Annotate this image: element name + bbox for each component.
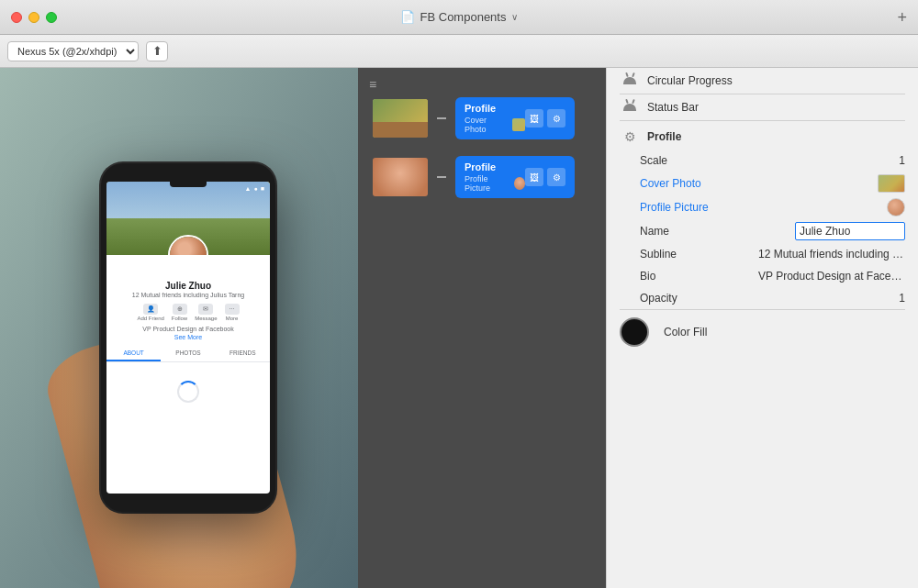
card-content-2: Profile Profile Picture — [465, 161, 525, 193]
follow-action[interactable]: ⊕ Follow — [172, 304, 187, 321]
spinner-circle — [177, 381, 199, 403]
gear-icon-profile: ⚙ — [620, 127, 640, 147]
card-title-2: Profile — [465, 161, 525, 172]
message-action[interactable]: ✉ Message — [195, 304, 217, 321]
bio-text: VP Product Design at Facebook — [106, 326, 270, 332]
opacity-value: 1 — [899, 292, 905, 305]
share-icon: ⬆ — [152, 44, 162, 58]
traffic-lights — [11, 12, 57, 23]
color-fill-swatch[interactable] — [620, 317, 649, 347]
more-action[interactable]: ··· More — [225, 304, 240, 321]
profile-thumbnail[interactable] — [373, 158, 428, 196]
main-area: ▲●■ Julie Zhuo 12 Mutual friends includi… — [0, 68, 918, 588]
cover-component-row: Profile Cover Photo 🖼 ⚙ — [373, 97, 575, 139]
minimize-button[interactable] — [28, 12, 39, 23]
connector-line-2 — [437, 176, 446, 178]
cover-component-card[interactable]: Profile Cover Photo 🖼 ⚙ — [455, 97, 575, 139]
gear-icon-btn[interactable]: ⚙ — [547, 109, 565, 128]
card-icons-2: 🖼 ⚙ — [525, 168, 565, 186]
opacity-label: Opacity — [640, 292, 762, 305]
name-row: Name — [607, 219, 918, 243]
profile-section-label: Profile — [647, 130, 681, 143]
subline-row: Subline 12 Mutual friends including Juli… — [607, 243, 918, 265]
bio-value: VP Product Design at Facebook — [758, 270, 905, 283]
opacity-row: Opacity 1 — [607, 287, 918, 309]
share-button[interactable]: ⬆ — [146, 41, 168, 61]
add-friend-label: Add Friend — [137, 316, 163, 321]
bio-row: Bio VP Product Design at Facebook — [607, 265, 918, 287]
status-bar-row: Status Bar — [607, 94, 918, 120]
card-title: Profile — [465, 103, 525, 114]
message-label: Message — [195, 316, 217, 321]
status-bar-label: Status Bar — [647, 101, 905, 114]
loading-spinner — [106, 381, 270, 403]
see-more-link[interactable]: See More — [106, 334, 270, 340]
profile-info: Julie Zhuo 12 Mutual friends including J… — [106, 281, 270, 298]
card-subtitle: Cover Photo — [465, 116, 525, 134]
name-input[interactable] — [795, 222, 905, 240]
fb-cover-photo: ▲●■ — [106, 182, 270, 255]
more-label: More — [226, 316, 239, 321]
phone-screen: ▲●■ Julie Zhuo 12 Mutual friends includi… — [106, 182, 270, 494]
profile-picture-link[interactable]: Profile Picture — [640, 201, 709, 214]
more-icon: ··· — [225, 304, 240, 315]
cover-photo-row: Cover Photo — [607, 172, 918, 195]
maximize-button[interactable] — [46, 12, 57, 23]
card-sub-text: Cover Photo — [465, 116, 509, 134]
profile-picture-row: Profile Picture — [607, 195, 918, 219]
tab-photos[interactable]: PHOTOS — [161, 346, 215, 361]
image-icon-btn-2[interactable]: 🖼 — [525, 168, 543, 186]
tab-friends[interactable]: FRIENDS — [216, 346, 270, 361]
friends-count: 12 Mutual friends including Julius Tarng — [114, 292, 263, 298]
circular-progress-row: Circular Progress — [607, 68, 918, 94]
gear-icon-btn-2[interactable]: ⚙ — [547, 168, 565, 186]
cover-photo-link[interactable]: Cover Photo — [640, 177, 701, 190]
properties-scroll: Circular Progress Status Bar ⚙ Profile — [607, 68, 918, 588]
profile-name: Julie Zhuo — [114, 281, 263, 291]
subline-value: 12 Mutual friends including Juli... — [758, 248, 905, 261]
message-icon: ✉ — [198, 304, 213, 315]
bio-label: Bio — [640, 270, 692, 283]
connector-line — [437, 117, 446, 119]
file-icon: 📄 — [400, 10, 415, 24]
phone-panel: ▲●■ Julie Zhuo 12 Mutual friends includi… — [0, 68, 358, 588]
profile-section-row: ⚙ Profile — [607, 121, 918, 150]
cover-photo-preview[interactable] — [878, 174, 905, 193]
android-robot-icon — [621, 72, 638, 89]
scale-row: Scale 1 — [607, 150, 918, 172]
image-icon-btn[interactable]: 🖼 — [525, 109, 543, 128]
tab-about[interactable]: ABOUT — [106, 346, 161, 361]
android-icon-status — [620, 97, 640, 117]
circular-progress-label: Circular Progress — [647, 74, 905, 87]
android-head — [623, 77, 636, 84]
menu-icon[interactable]: ≡ — [369, 77, 376, 92]
title-chevron[interactable]: ∨ — [511, 12, 518, 22]
canvas-panel: ≡ Profile Cover Photo 🖼 ⚙ — [358, 68, 606, 588]
card-subtitle-2: Profile Picture — [465, 174, 525, 193]
profile-component-row: Profile Profile Picture 🖼 ⚙ — [373, 156, 575, 198]
android-icon-circular — [620, 71, 640, 91]
card-icons: 🖼 ⚙ — [525, 109, 565, 128]
add-friend-action[interactable]: 👤 Add Friend — [137, 304, 163, 321]
scale-value: 1 — [899, 154, 905, 167]
subline-label: Subline — [640, 248, 692, 261]
phone-notch — [170, 182, 207, 187]
follow-label: Follow — [172, 316, 187, 321]
android-robot-icon-2 — [621, 99, 638, 116]
title-bar: 📄 FB Components ∨ + — [0, 0, 918, 35]
profile-component-card[interactable]: Profile Profile Picture 🖼 ⚙ — [455, 156, 575, 198]
title-text: FB Components — [420, 10, 507, 24]
follow-icon: ⊕ — [173, 304, 187, 315]
scale-label: Scale — [640, 154, 891, 167]
color-fill-row: Color Fill — [607, 310, 918, 349]
device-selector[interactable]: Nexus 5x (@2x/xhdpi) — [7, 41, 139, 61]
status-bar-overlay: ▲●■ — [245, 185, 264, 192]
card-content: Profile Cover Photo — [465, 103, 525, 134]
cover-thumbnail[interactable] — [373, 99, 428, 138]
properties-panel: Circular Progress Status Bar ⚙ Profile — [606, 68, 918, 588]
avatar-image — [170, 237, 207, 255]
close-button[interactable] — [11, 12, 22, 23]
toolbar: Nexus 5x (@2x/xhdpi) ⬆ — [0, 35, 918, 68]
add-button[interactable]: + — [897, 9, 907, 26]
profile-picture-preview[interactable] — [887, 198, 905, 216]
